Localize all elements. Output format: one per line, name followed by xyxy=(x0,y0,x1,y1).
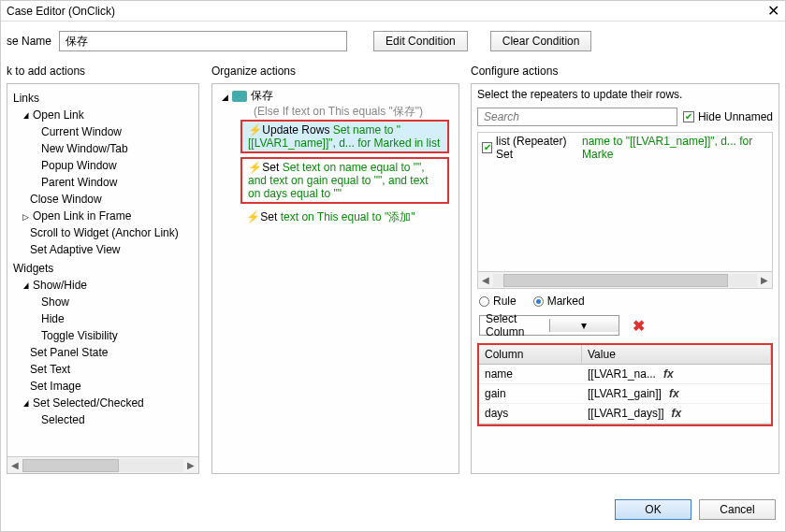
repeater-list[interactable]: list (Repeater) Set name to "[[LVAR1_nam… xyxy=(477,132,773,289)
actions-library-hscroll[interactable]: ◀ ▶ xyxy=(7,456,198,473)
radio-icon xyxy=(533,296,544,307)
action-label: Update Rows xyxy=(262,123,332,137)
radio-marked[interactable]: Marked xyxy=(533,295,585,308)
tree-set-selected-checked[interactable]: Set Selected/Checked xyxy=(9,395,196,411)
case-root[interactable]: 保存 xyxy=(216,88,455,104)
actions-library-header: k to add actions xyxy=(1,61,205,83)
cancel-button[interactable]: Cancel xyxy=(699,499,776,520)
tree-show-hide[interactable]: Show/Hide xyxy=(9,277,196,294)
checkbox-icon xyxy=(683,111,694,122)
checkbox-icon[interactable] xyxy=(482,142,492,153)
case-condition: (Else If text on This equals "保存") xyxy=(216,104,455,120)
search-input[interactable] xyxy=(477,108,677,126)
tree-set-image[interactable]: Set Image xyxy=(9,378,196,395)
table-row[interactable]: name [[LVAR1_na...fx xyxy=(479,365,771,384)
scroll-left-icon[interactable]: ◀ xyxy=(7,460,22,470)
tree-close-window[interactable]: Close Window xyxy=(9,191,196,208)
action-set-text-this[interactable]: ⚡ Set text on This equal to "添加" xyxy=(240,208,449,227)
rule-marked-row: Rule Marked xyxy=(472,289,779,313)
column-value-table: Column Value name [[LVAR1_na...fx gain [… xyxy=(479,345,771,424)
dialog-button-bar: OK Cancel xyxy=(1,489,785,531)
select-column-label: Select Column xyxy=(480,312,549,338)
cell-col: days xyxy=(479,404,582,423)
configure-panel: Select the repeaters to update their row… xyxy=(471,83,779,474)
scroll-left-icon[interactable]: ◀ xyxy=(478,275,493,285)
cell-val: [[LVAR1_days]] xyxy=(588,407,664,420)
configure-header: Configure actions xyxy=(465,61,785,83)
cell-col: name xyxy=(479,365,582,383)
ok-button[interactable]: OK xyxy=(615,499,691,520)
th-column: Column xyxy=(479,345,582,364)
lightning-icon: ⚡ xyxy=(246,210,257,223)
clear-condition-button[interactable]: Clear Condition xyxy=(490,31,592,51)
cell-val: [[LVAR1_gain]] xyxy=(588,387,662,400)
window-title: Case Editor (OnClick) xyxy=(7,5,115,18)
fx-icon[interactable]: fx xyxy=(663,367,674,381)
fx-icon[interactable]: fx xyxy=(672,407,682,420)
table-header: Column Value xyxy=(479,345,771,365)
configure-subtitle: Select the repeaters to update their row… xyxy=(472,84,779,106)
select-column-combo[interactable]: Select Column ▾ xyxy=(479,315,619,336)
group-widgets: Widgets xyxy=(9,260,196,277)
tree-set-text[interactable]: Set Text xyxy=(9,361,196,378)
tree-open-link-in-frame[interactable]: Open Link in Frame xyxy=(9,208,196,224)
organize-panel: 保存 (Else If text on This equals "保存") ⚡ … xyxy=(211,83,459,474)
scroll-right-icon[interactable]: ▶ xyxy=(757,275,772,285)
case-icon xyxy=(232,91,247,102)
tree-set-adaptive-view[interactable]: Set Adaptive View xyxy=(9,241,196,258)
hide-unnamed-checkbox[interactable]: Hide Unnamed xyxy=(683,110,773,123)
repeater-row-detail: name to "[[LVAR1_name]]", d... for Marke xyxy=(582,135,768,161)
table-row[interactable]: days [[LVAR1_days]]fx xyxy=(479,404,771,424)
chevron-down-icon[interactable]: ▾ xyxy=(549,319,619,332)
case-name-row: se Name Edit Condition Clear Condition xyxy=(1,22,785,61)
lightning-icon: ⚡ xyxy=(248,161,259,174)
edit-condition-button[interactable]: Edit Condition xyxy=(373,31,468,51)
close-icon[interactable]: ✕ xyxy=(767,4,779,19)
tree-set-panel-state[interactable]: Set Panel State xyxy=(9,344,196,361)
column-value-table-highlight: Column Value name [[LVAR1_na...fx gain [… xyxy=(477,343,773,426)
tree-show[interactable]: Show xyxy=(9,294,196,310)
action-update-rows[interactable]: ⚡ Update Rows Set name to "[[LVAR1_name]… xyxy=(240,120,449,153)
case-name-input[interactable] xyxy=(59,31,347,51)
tree-current-window[interactable]: Current Window xyxy=(9,123,196,140)
editor-columns: k to add actions Links Open Link Current… xyxy=(1,61,785,480)
organize-header: Organize actions xyxy=(206,61,465,83)
radio-icon xyxy=(479,296,489,307)
group-links: Links xyxy=(9,90,196,107)
repeater-row[interactable]: list (Repeater) Set name to "[[LVAR1_nam… xyxy=(478,133,772,163)
fx-icon[interactable]: fx xyxy=(669,387,679,400)
tree-toggle-visibility[interactable]: Toggle Visibility xyxy=(9,327,196,344)
action-set-text-group[interactable]: ⚡ Set Set text on name equal to "", and … xyxy=(240,157,449,204)
tree-scroll-to-widget[interactable]: Scroll to Widget (Anchor Link) xyxy=(9,224,196,241)
table-row[interactable]: gain [[LVAR1_gain]]fx xyxy=(479,384,771,404)
scroll-right-icon[interactable]: ▶ xyxy=(183,460,198,470)
radio-rule-label: Rule xyxy=(493,295,517,308)
delete-icon[interactable]: ✖ xyxy=(633,317,645,335)
action-detail-3: text on This equal to "添加" xyxy=(281,210,415,223)
hide-unnamed-label: Hide Unnamed xyxy=(698,110,773,123)
actions-tree[interactable]: Links Open Link Current Window New Windo… xyxy=(7,84,198,456)
search-row: Hide Unnamed xyxy=(472,106,779,132)
tree-hide[interactable]: Hide xyxy=(9,310,196,327)
lightning-icon: ⚡ xyxy=(248,123,259,137)
case-root-label: 保存 xyxy=(251,88,273,104)
repeater-list-hscroll[interactable]: ◀ ▶ xyxy=(478,271,772,288)
tree-new-window-tab[interactable]: New Window/Tab xyxy=(9,140,196,157)
cell-val: [[LVAR1_na... xyxy=(588,367,656,381)
case-name-label: se Name xyxy=(7,35,51,48)
tree-selected[interactable]: Selected xyxy=(9,411,196,428)
tree-open-link[interactable]: Open Link xyxy=(9,107,196,123)
caret-icon xyxy=(222,90,228,103)
radio-rule[interactable]: Rule xyxy=(479,295,517,308)
cell-col: gain xyxy=(479,384,582,403)
repeater-row-prefix: list (Repeater) Set xyxy=(496,135,578,161)
actions-library-panel: Links Open Link Current Window New Windo… xyxy=(7,83,199,474)
configure-column: Configure actions Select the repeaters t… xyxy=(465,61,785,480)
tree-parent-window[interactable]: Parent Window xyxy=(9,174,196,191)
action-label-3: Set xyxy=(260,210,280,223)
th-value: Value xyxy=(582,345,771,364)
tree-popup-window[interactable]: Popup Window xyxy=(9,157,196,174)
titlebar: Case Editor (OnClick) ✕ xyxy=(1,1,785,22)
select-column-row: Select Column ▾ ✖ xyxy=(472,313,779,343)
organize-column: Organize actions 保存 (Else If text on Thi… xyxy=(205,61,465,480)
